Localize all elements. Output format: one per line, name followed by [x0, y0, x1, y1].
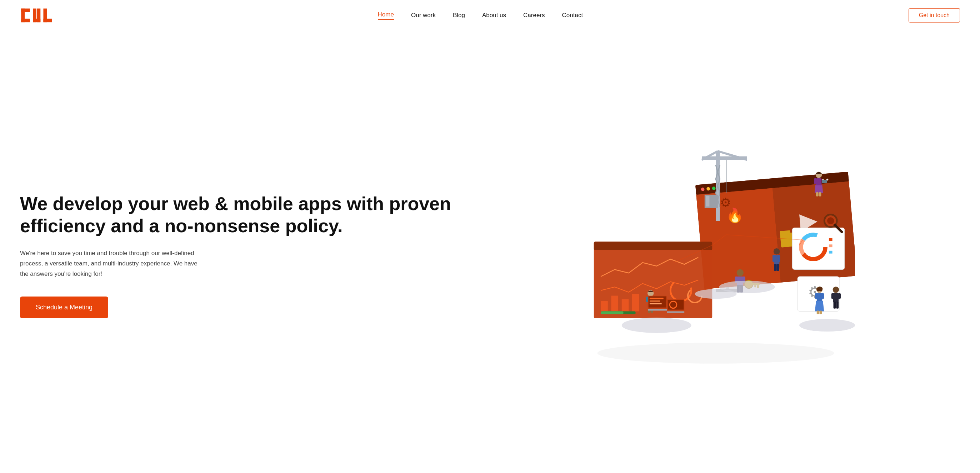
svg-rect-63 — [774, 264, 776, 271]
svg-rect-96 — [822, 180, 827, 183]
svg-rect-6 — [37, 9, 40, 22]
svg-rect-98 — [816, 192, 818, 196]
svg-point-120 — [799, 319, 855, 331]
svg-rect-35 — [601, 312, 623, 314]
hero-text-block: We develop your web & mobile apps with p… — [20, 193, 471, 318]
main-nav: Home Our work Blog About us Careers Cont… — [378, 11, 583, 20]
hero-section: We develop your web & mobile apps with p… — [0, 31, 980, 473]
svg-rect-28 — [601, 301, 608, 311]
logo[interactable] — [20, 6, 52, 24]
schedule-meeting-button[interactable]: Schedule a Meeting — [20, 296, 108, 318]
svg-text:⚙: ⚙ — [720, 196, 731, 209]
svg-rect-3 — [21, 19, 30, 22]
svg-rect-99 — [819, 192, 821, 196]
svg-rect-62 — [778, 255, 780, 262]
svg-rect-95 — [816, 178, 821, 186]
hero-illustration: ○ × + 🔥 $ — [471, 137, 960, 374]
get-in-touch-button[interactable]: Get in touch — [908, 8, 960, 22]
svg-rect-97 — [814, 178, 817, 184]
svg-point-88 — [832, 287, 839, 293]
nav-careers[interactable]: Careers — [523, 12, 545, 19]
svg-rect-31 — [632, 294, 639, 312]
svg-rect-40 — [829, 238, 832, 241]
nav-home[interactable]: Home — [378, 11, 394, 20]
nav-about-us[interactable]: About us — [482, 12, 506, 19]
svg-point-9 — [597, 342, 834, 364]
svg-rect-61 — [773, 255, 775, 262]
svg-rect-42 — [829, 251, 832, 254]
svg-rect-90 — [831, 293, 834, 299]
svg-rect-76 — [816, 311, 819, 314]
svg-rect-108 — [667, 312, 684, 313]
nav-blog[interactable]: Blog — [453, 12, 465, 19]
svg-rect-93 — [836, 301, 838, 309]
svg-point-119 — [621, 318, 691, 333]
svg-rect-104 — [649, 301, 660, 301]
nav-contact[interactable]: Contact — [562, 12, 583, 19]
svg-rect-77 — [819, 311, 822, 314]
svg-rect-105 — [649, 303, 662, 304]
hero-subtext: We're here to save you time and trouble … — [20, 248, 206, 279]
svg-rect-91 — [838, 293, 841, 299]
svg-rect-29 — [611, 296, 618, 312]
nav-our-work[interactable]: Our work — [411, 12, 436, 19]
svg-rect-64 — [776, 264, 779, 271]
svg-rect-30 — [621, 299, 628, 311]
svg-rect-41 — [829, 244, 832, 247]
svg-rect-58 — [706, 196, 709, 207]
svg-point-59 — [773, 248, 780, 255]
svg-rect-75 — [821, 293, 824, 299]
svg-rect-92 — [833, 301, 836, 309]
svg-rect-102 — [648, 309, 667, 311]
site-header: Home Our work Blog About us Careers Cont… — [0, 0, 980, 31]
svg-rect-27 — [593, 242, 712, 250]
svg-point-78 — [737, 269, 744, 277]
svg-point-116 — [827, 217, 834, 225]
svg-rect-8 — [43, 19, 52, 22]
svg-rect-74 — [815, 293, 818, 299]
hero-heading: We develop your web & mobile apps with p… — [20, 193, 471, 237]
svg-rect-103 — [649, 298, 663, 299]
svg-point-118 — [695, 289, 737, 299]
